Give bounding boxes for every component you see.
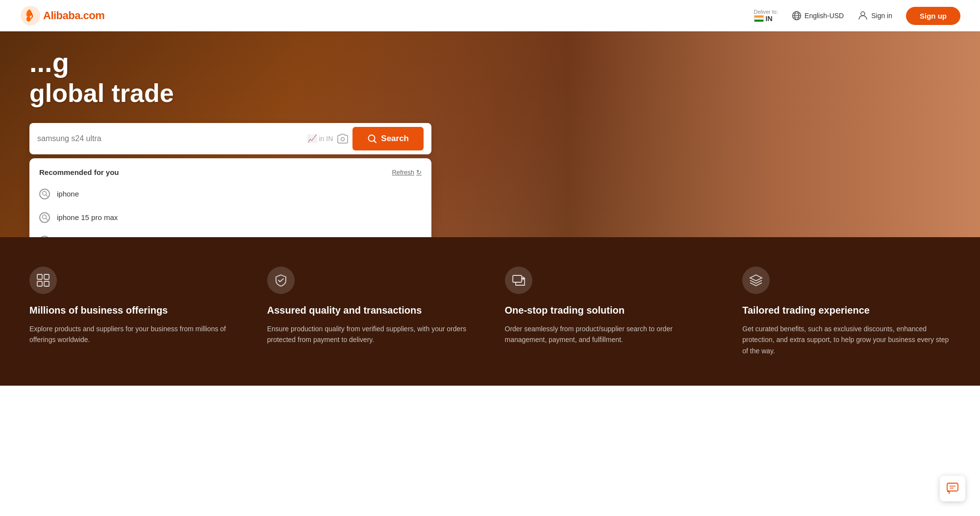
hero-section: ...g global trade 📈 in IN: [0, 31, 980, 237]
dropdown-header: Recommended for you Refresh ↻: [29, 166, 431, 182]
feature-card: Millions of business offerings Explore p…: [29, 267, 238, 356]
feature-card: Tailored trading experience Get curated …: [742, 267, 951, 356]
globe-icon: [792, 11, 802, 21]
feature-icon: [742, 267, 770, 294]
svg-point-7: [341, 137, 345, 141]
dropdown-item-text: samsung s24 ultra: [57, 237, 117, 237]
flag-icon: [754, 15, 764, 22]
chat-widget[interactable]: [940, 476, 965, 501]
dropdown-items-list: iphone iphone 15 pro max samsung s24 ult…: [29, 182, 431, 237]
feature-title: One-stop trading solution: [505, 304, 713, 317]
search-suggestion-icon: [39, 189, 50, 199]
country-code: IN: [766, 15, 773, 23]
search-suggestion-icon: [39, 212, 50, 223]
refresh-label: Refresh: [392, 169, 414, 176]
country-selector[interactable]: IN: [754, 15, 779, 23]
feature-title: Millions of business offerings: [29, 304, 238, 317]
features-section: Millions of business offerings Explore p…: [0, 237, 980, 386]
alibaba-logo-icon: [20, 5, 41, 26]
svg-line-9: [374, 140, 377, 143]
svg-rect-22: [37, 274, 42, 279]
dropdown-item[interactable]: iphone 15 pro max: [29, 206, 431, 229]
sign-in-label: Sign in: [871, 12, 892, 20]
language-label: English-USD: [804, 12, 844, 20]
camera-search-button[interactable]: [333, 129, 352, 148]
svg-point-6: [861, 12, 865, 16]
svg-rect-26: [513, 275, 522, 282]
dropdown-item-text: iphone 15 pro max: [57, 213, 118, 221]
feature-title: Assured quality and transactions: [267, 304, 476, 317]
search-icon: [367, 134, 377, 144]
feature-card: One-stop trading solution Order seamless…: [505, 267, 713, 356]
refresh-button[interactable]: Refresh ↻: [392, 169, 422, 176]
trending-text: in IN: [319, 135, 333, 143]
deliver-to: Deliver to: IN: [754, 9, 779, 23]
hero-content: ...g global trade 📈 in IN: [0, 31, 980, 169]
chat-icon: [946, 482, 959, 495]
sign-in-link[interactable]: Sign in: [857, 10, 892, 21]
feature-description: Get curated benefits, such as exclusive …: [742, 323, 951, 356]
feature-description: Order seamlessly from product/supplier s…: [505, 323, 713, 345]
header-right: Deliver to: IN English-USD Sign in: [754, 7, 960, 25]
dropdown-item[interactable]: samsung s24 ultra: [29, 229, 431, 237]
search-hint: 📈 in IN: [307, 134, 333, 143]
search-bar: 📈 in IN Search: [29, 123, 431, 154]
hero-title: ...g global trade: [29, 46, 951, 108]
feature-card: Assured quality and transactions Ensure …: [267, 267, 476, 356]
feature-icon: [505, 267, 532, 294]
dropdown-item-text: iphone: [57, 190, 79, 198]
signup-button[interactable]: Sign up: [906, 7, 960, 25]
feature-icon: [267, 267, 295, 294]
svg-line-13: [46, 219, 48, 221]
trend-icon: 📈: [307, 134, 317, 143]
svg-rect-24: [37, 281, 42, 286]
feature-title: Tailored trading experience: [742, 304, 951, 317]
search-dropdown: Recommended for you Refresh ↻ iphone: [29, 158, 431, 237]
feature-icon: [29, 267, 57, 294]
dropdown-title: Recommended for you: [39, 168, 119, 176]
svg-line-11: [46, 195, 48, 197]
dropdown-item[interactable]: iphone: [29, 182, 431, 206]
search-container: 📈 in IN Search: [29, 123, 431, 154]
search-button-label: Search: [381, 134, 409, 144]
camera-icon: [337, 133, 349, 145]
deliver-label: Deliver to:: [754, 9, 779, 15]
logo[interactable]: Alibaba.com: [20, 5, 104, 26]
search-input[interactable]: [37, 134, 307, 143]
svg-rect-25: [44, 281, 49, 286]
svg-rect-23: [44, 274, 49, 279]
search-button[interactable]: Search: [352, 127, 424, 150]
logo-text: Alibaba.com: [43, 9, 104, 22]
person-icon: [857, 10, 868, 21]
header: Alibaba.com Deliver to: IN English-USD: [0, 0, 980, 31]
refresh-icon: ↻: [416, 169, 422, 176]
hero-title-line1: ...g: [29, 46, 951, 79]
hero-title-line2: global trade: [29, 79, 951, 108]
search-suggestion-icon: [39, 236, 50, 237]
language-selector[interactable]: English-USD: [792, 11, 844, 21]
feature-description: Explore products and suppliers for your …: [29, 323, 238, 345]
svg-rect-27: [947, 483, 958, 491]
feature-description: Ensure production quality from verified …: [267, 323, 476, 345]
